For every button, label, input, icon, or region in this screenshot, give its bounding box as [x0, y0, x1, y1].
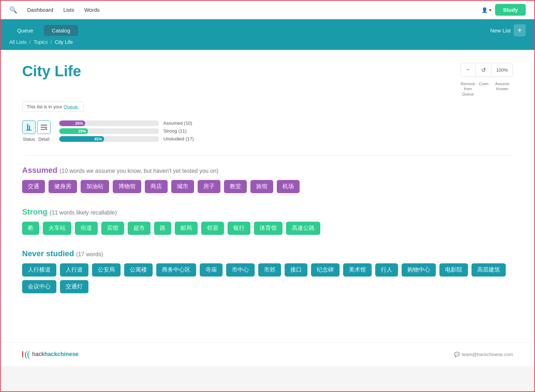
assumed-section: Assumed (10 words we assume you know, bu…	[22, 166, 513, 193]
bar-bg: 26%	[59, 120, 159, 126]
logo-text: hackhackchinese	[32, 351, 78, 357]
sub-header-tabs: Queue Catalog New List +	[9, 19, 526, 39]
word-chip[interactable]: 火车站	[43, 222, 71, 235]
remove-from-queue-button[interactable]: −	[460, 63, 476, 77]
catalog-tab[interactable]: Catalog	[44, 25, 78, 36]
word-chip[interactable]: 商店	[145, 180, 168, 193]
progress-bars: 26% Assumed (10) 29% Strong (11) 45% Uns…	[59, 120, 513, 144]
bar-fill: 26%	[59, 120, 85, 126]
breadcrumb-sep-2: /	[51, 39, 52, 45]
breadcrumb-all-lists[interactable]: All Lists	[9, 39, 26, 45]
progress-bar-row: 29% Strong (11)	[59, 128, 513, 134]
word-chip[interactable]: 电影院	[439, 263, 468, 277]
word-chip[interactable]: 购物中心	[402, 263, 436, 277]
word-chip[interactable]: 人行横道	[22, 263, 56, 277]
new-list-button[interactable]: +	[514, 24, 526, 36]
word-chip[interactable]: 银行	[228, 222, 250, 235]
bar-label: Strong (11)	[163, 128, 187, 134]
assumed-title: Assumed (10 words we assume you know, bu…	[22, 166, 513, 175]
nav-right: 👤 ▾ Study	[482, 4, 526, 16]
word-chip[interactable]: 城市	[171, 180, 194, 193]
breadcrumb: All Lists / Topics / City Life	[9, 39, 526, 50]
word-chip[interactable]: 交通灯	[60, 280, 88, 293]
word-chip[interactable]: 街道	[75, 222, 98, 235]
word-chip[interactable]: 路	[154, 222, 171, 235]
word-chip[interactable]: 高层建筑	[472, 263, 506, 277]
detail-icon-btn[interactable]	[37, 120, 51, 134]
bar-pct: 26%	[75, 121, 83, 125]
word-chip[interactable]: 市中心	[226, 263, 255, 277]
divider	[22, 155, 513, 156]
bar-label: Unstudied (17)	[163, 136, 194, 141]
word-chip[interactable]: 机场	[277, 180, 300, 193]
user-menu[interactable]: 👤 ▾	[482, 7, 491, 13]
word-chip[interactable]: 商务中心区	[156, 263, 196, 277]
word-chip[interactable]: 教堂	[224, 180, 247, 193]
word-chip[interactable]: 寺庙	[200, 263, 223, 277]
detail-label: Detail	[37, 137, 51, 142]
word-chip[interactable]: 纪念碑	[311, 263, 340, 277]
message-icon: 💬	[454, 352, 460, 357]
word-chip[interactable]: 旅馆	[250, 180, 273, 193]
queue-notice: This list is in your Queue.	[22, 102, 83, 112]
cram-button[interactable]: ↺	[476, 63, 491, 77]
word-chip[interactable]: 会议中心	[22, 280, 56, 293]
word-chip[interactable]: 博物馆	[113, 180, 141, 193]
new-list-area: New List +	[490, 24, 526, 36]
logo-area: (( hackhackchinese	[22, 349, 78, 360]
never-chips: 人行横道人行道公安局公寓楼商务中心区寺庙市中心市郊接口纪念碑美术馆行人购物中心电…	[22, 263, 513, 293]
toolbar: − ↺ 100% RemovefromQueue Cram AssumeKnow…	[460, 63, 513, 97]
nav-lists[interactable]: Lists	[63, 7, 74, 13]
never-title: Never studied (17 words)	[22, 249, 513, 258]
new-list-label: New List	[490, 27, 511, 33]
queue-link[interactable]: Queue.	[63, 104, 79, 109]
bar-pct: 29%	[78, 129, 86, 133]
word-chip[interactable]: 加油站	[81, 180, 109, 193]
remove-queue-label: RemovefromQueue	[460, 81, 476, 97]
breadcrumb-sep-1: /	[29, 39, 31, 45]
word-chip[interactable]: 人行道	[60, 263, 88, 277]
word-chip[interactable]: 接口	[285, 263, 307, 277]
queue-notice-text: This list is in your	[27, 104, 62, 109]
word-chip[interactable]: 超市	[128, 222, 151, 235]
sub-header: Queue Catalog New List + All Lists / Top…	[1, 19, 534, 50]
word-chip[interactable]: 桥	[22, 222, 39, 235]
word-chip[interactable]: 高速公路	[286, 222, 320, 235]
bar-pct: 45%	[94, 137, 102, 141]
breadcrumb-topics[interactable]: Topics	[34, 39, 48, 45]
search-icon[interactable]: 🔍	[9, 6, 17, 14]
word-chip[interactable]: 房子	[198, 180, 220, 193]
icon-labels: Status Detail	[22, 137, 51, 142]
word-chip[interactable]: 邻居	[201, 222, 224, 235]
nav-words[interactable]: Words	[84, 7, 100, 13]
assumed-chips: 交通健身房加油站博物馆商店城市房子教堂旅馆机场	[22, 180, 513, 193]
strong-section: Strong (11 words likely recallable) 桥火车站…	[22, 207, 513, 235]
nav-dashboard[interactable]: Dashboard	[27, 7, 53, 13]
word-chip[interactable]: 宾馆	[101, 222, 124, 235]
assume-known-button[interactable]: 100%	[491, 63, 513, 77]
bar-fill: 29%	[59, 128, 88, 134]
word-chip[interactable]: 体育馆	[254, 222, 282, 235]
word-chip[interactable]: 交通	[22, 180, 45, 193]
breadcrumb-current: City Life	[55, 39, 73, 45]
status-icon-btn[interactable]	[22, 120, 36, 134]
word-chip[interactable]: 行人	[375, 263, 398, 277]
top-nav: 🔍 Dashboard Lists Words 👤 ▾ Study	[1, 1, 534, 19]
word-chip[interactable]: 公寓楼	[124, 263, 153, 277]
study-button[interactable]: Study	[495, 4, 526, 16]
word-chip[interactable]: 公安局	[92, 263, 121, 277]
word-chip[interactable]: 健身房	[49, 180, 77, 193]
bar-bg: 29%	[59, 128, 159, 134]
word-chip[interactable]: 邮局	[175, 222, 198, 235]
queue-tab[interactable]: Queue	[9, 25, 41, 36]
strong-chips: 桥火车站街道宾馆超市路邮局邻居银行体育馆高速公路	[22, 222, 513, 235]
progress-bar-row: 26% Assumed (10)	[59, 120, 513, 126]
assume-known-label: AssumeKnown	[491, 81, 513, 97]
toolbar-btns: − ↺ 100%	[460, 63, 513, 77]
word-chip[interactable]: 市郊	[258, 263, 281, 277]
word-chip[interactable]: 美术馆	[343, 263, 372, 277]
svg-rect-2	[26, 130, 32, 130]
bar-fill: 45%	[59, 136, 104, 142]
stats-icons: Status Detail	[22, 120, 51, 142]
footer: (( hackhackchinese 💬 team@hackchinese.co…	[1, 342, 534, 366]
